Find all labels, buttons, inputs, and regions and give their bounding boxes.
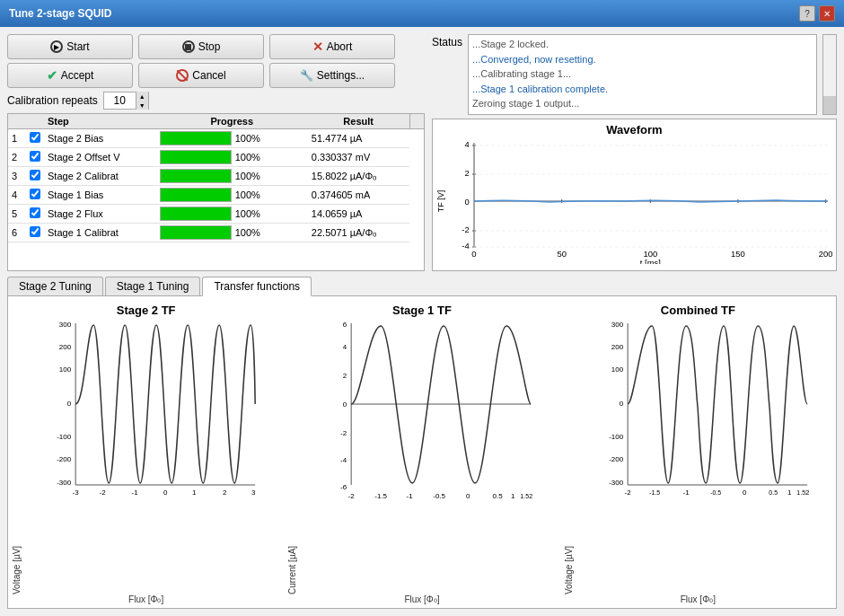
spinner-down-button[interactable]: ▼ bbox=[136, 101, 148, 110]
col-header-step: Step bbox=[44, 114, 156, 129]
chart-stage2tf-ylabel: Voltage [µV] bbox=[12, 319, 22, 594]
top-section: ▶ Start Stop ✕ Abort ✔ Accept bbox=[7, 34, 837, 271]
step-name: Stage 1 Calibrat bbox=[44, 224, 156, 242]
accept-button[interactable]: ✔ Accept bbox=[7, 63, 133, 88]
calibration-row: Calibration repeats ▲ ▼ bbox=[7, 92, 425, 110]
progress-bar bbox=[160, 131, 232, 145]
svg-text:1: 1 bbox=[511, 492, 515, 500]
svg-text:-1.5: -1.5 bbox=[649, 489, 660, 496]
step-result: 0.330337 mV bbox=[308, 148, 409, 167]
calibration-spinner[interactable]: ▲ ▼ bbox=[103, 92, 149, 110]
svg-text:-0.5: -0.5 bbox=[710, 489, 721, 496]
chart-stage2tf-svg: 300 200 100 0 -100 -200 -300 -3 -2 -1 0 bbox=[23, 319, 280, 516]
table-row: 3 Stage 2 Calibrat 100% 15.8022 µA/Φ₀ bbox=[8, 167, 424, 186]
progress-bar-fill bbox=[161, 226, 231, 239]
chart-stage1tf: Stage 1 TF Current [µA] 6 4 2 0 bbox=[287, 304, 556, 604]
progress-bar-fill bbox=[161, 170, 231, 182]
table-row: 1 Stage 2 Bias 100% 51.4774 µA bbox=[8, 129, 424, 148]
svg-text:200: 200 bbox=[59, 343, 72, 351]
window-controls: ? ✕ bbox=[799, 5, 835, 22]
tab-stage2-tuning[interactable]: Stage 2 Tuning bbox=[7, 277, 103, 295]
step-progress: 100% bbox=[156, 129, 308, 148]
table-row: 4 Stage 1 Bias 100% 0.374605 mA bbox=[8, 186, 424, 205]
settings-button[interactable]: 🔧 Settings... bbox=[269, 63, 395, 88]
start-button[interactable]: ▶ Start bbox=[7, 34, 133, 59]
chart-combinedtf-axes: Voltage [µV] 300 200 100 0 -100 -200 bbox=[564, 319, 832, 604]
progress-percent: 100% bbox=[235, 133, 260, 144]
step-checkbox[interactable] bbox=[26, 148, 44, 167]
svg-text:-2: -2 bbox=[348, 492, 356, 500]
col-header-num bbox=[8, 114, 26, 129]
chart-combinedtf-inner: Voltage [µV] 300 200 100 0 -100 -200 bbox=[564, 319, 832, 594]
step-name: Stage 2 Calibrat bbox=[44, 167, 156, 186]
step-result: 51.4774 µA bbox=[308, 129, 409, 148]
right-panel: Status ...Stage 2 locked....Converged, n… bbox=[432, 34, 837, 271]
svg-text:-1: -1 bbox=[407, 492, 414, 500]
svg-text:6: 6 bbox=[343, 321, 347, 329]
progress-percent: 100% bbox=[235, 189, 260, 200]
step-result: 22.5071 µA/Φ₀ bbox=[308, 224, 409, 242]
svg-text:0.5: 0.5 bbox=[769, 489, 778, 496]
svg-text:2: 2 bbox=[223, 488, 227, 497]
step-number: 3 bbox=[8, 167, 26, 186]
step-number: 1 bbox=[8, 129, 26, 148]
svg-text:300: 300 bbox=[611, 321, 623, 329]
tab-transfer-functions[interactable]: Transfer functions bbox=[202, 277, 312, 296]
help-button[interactable]: ? bbox=[799, 5, 815, 22]
spinner-up-button[interactable]: ▲ bbox=[136, 92, 148, 101]
svg-text:100: 100 bbox=[643, 250, 657, 259]
svg-text:2: 2 bbox=[805, 488, 810, 497]
step-progress: 100% bbox=[156, 186, 308, 205]
chart-combinedtf-xlabel: Flux [Φ₀] bbox=[564, 594, 832, 604]
abort-button[interactable]: ✕ Abort bbox=[269, 34, 395, 59]
calibration-input[interactable] bbox=[104, 92, 136, 109]
chart-stage2tf-title: Stage 2 TF bbox=[117, 304, 176, 317]
waveform-panel: Waveform 4 2 0 -2 bbox=[432, 119, 837, 271]
step-checkbox[interactable] bbox=[26, 129, 44, 148]
svg-text:-1: -1 bbox=[682, 488, 690, 497]
chart-stage1tf-svg: 6 4 2 0 -2 -4 -6 -2 -1.5 -1 -0.5 bbox=[299, 319, 556, 516]
svg-text:-200: -200 bbox=[609, 455, 624, 463]
scrollbar-thumb[interactable] bbox=[823, 96, 836, 114]
abort-icon: ✕ bbox=[312, 40, 323, 54]
left-panel: ▶ Start Stop ✕ Abort ✔ Accept bbox=[7, 34, 425, 271]
svg-text:200: 200 bbox=[819, 250, 832, 259]
status-line: ...Calibrating stage 1... bbox=[472, 66, 813, 82]
svg-text:-200: -200 bbox=[57, 455, 72, 463]
waveform-chart: 4 2 0 -2 -4 TF [V] 0 50 bbox=[436, 138, 832, 267]
svg-text:-2: -2 bbox=[340, 429, 347, 437]
svg-text:-3: -3 bbox=[73, 488, 80, 497]
step-checkbox[interactable] bbox=[26, 205, 44, 224]
close-button[interactable]: ✕ bbox=[819, 5, 835, 22]
main-content: ▶ Start Stop ✕ Abort ✔ Accept bbox=[0, 27, 844, 616]
tab-content: Stage 2 TF Voltage [µV] 300 200 100 0 bbox=[7, 296, 837, 609]
stop-icon bbox=[182, 40, 195, 53]
stop-button[interactable]: Stop bbox=[138, 34, 264, 59]
step-checkbox[interactable] bbox=[26, 186, 44, 205]
button-row-1: ▶ Start Stop ✕ Abort bbox=[7, 34, 425, 59]
svg-text:-300: -300 bbox=[609, 479, 624, 487]
chart-stage1tf-inner: Current [µA] 6 4 2 0 -2 -4 -6 bbox=[287, 319, 556, 594]
step-checkbox[interactable] bbox=[26, 167, 44, 186]
cancel-button[interactable]: Cancel bbox=[138, 63, 264, 88]
title-bar: Tune 2-stage SQUID ? ✕ bbox=[0, 0, 844, 27]
progress-percent: 100% bbox=[235, 152, 260, 163]
step-checkbox[interactable] bbox=[26, 224, 44, 242]
svg-text:1.5: 1.5 bbox=[796, 489, 805, 496]
cancel-icon bbox=[176, 69, 189, 82]
status-line: ...Stage 1 locked. bbox=[472, 111, 813, 116]
status-scrollbar[interactable] bbox=[822, 34, 837, 115]
chart-combinedtf: Combined TF Voltage [µV] 300 200 100 0 bbox=[564, 304, 832, 604]
table-row: 2 Stage 2 Offset V 100% 0.330337 mV bbox=[8, 148, 424, 167]
chart-stage1tf-axes: Current [µA] 6 4 2 0 -2 -4 -6 bbox=[287, 319, 556, 604]
status-line: ...Converged, now resetting. bbox=[472, 52, 813, 67]
svg-text:4: 4 bbox=[464, 140, 469, 149]
svg-text:0: 0 bbox=[464, 198, 469, 207]
tab-stage1-tuning[interactable]: Stage 1 Tuning bbox=[105, 277, 201, 295]
progress-bar bbox=[160, 169, 232, 183]
table-row: 5 Stage 2 Flux 100% 14.0659 µA bbox=[8, 205, 424, 224]
svg-text:-6: -6 bbox=[340, 483, 347, 491]
step-result: 0.374605 mA bbox=[308, 186, 409, 205]
progress-bar bbox=[160, 207, 232, 221]
svg-text:0: 0 bbox=[343, 400, 347, 409]
